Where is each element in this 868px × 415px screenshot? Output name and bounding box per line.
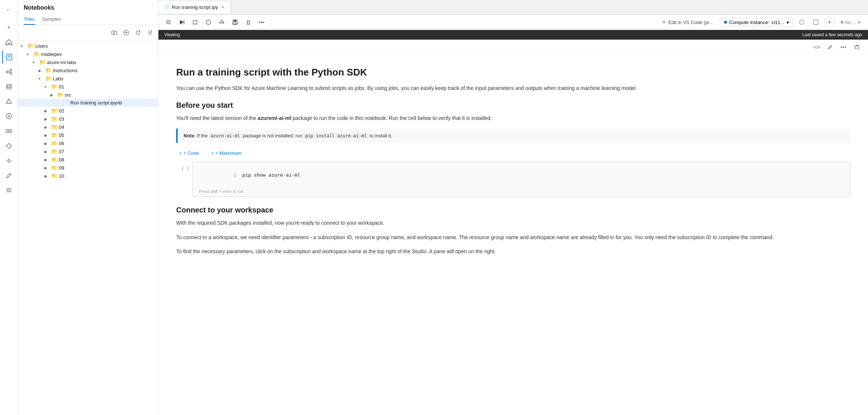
cell-delete-button[interactable] bbox=[852, 42, 862, 52]
note-text: : If the bbox=[194, 133, 209, 138]
add-markdown-label: + Markdown bbox=[215, 150, 241, 156]
notebook-tab[interactable]: 📄 Run training script.ipy ✕ bbox=[158, 1, 231, 13]
before-you-start-para: You'll need the latest version of the az… bbox=[176, 114, 850, 122]
file-explorer-button[interactable] bbox=[109, 27, 120, 38]
folder-icon-01: 📁 bbox=[51, 84, 57, 90]
tree-label-instructions: Instructions bbox=[53, 68, 77, 73]
note-package: azure-ai-ml bbox=[209, 133, 241, 139]
kernel-status[interactable]: No ... ▾ bbox=[838, 18, 864, 27]
home-button[interactable] bbox=[2, 36, 16, 49]
pipeline-button[interactable] bbox=[2, 65, 16, 78]
tree-item-01[interactable]: ▾ 📁 01 bbox=[18, 83, 158, 91]
interrupt-button[interactable] bbox=[203, 17, 214, 27]
add-markdown-plus-icon: + bbox=[211, 150, 214, 156]
collapse-button[interactable] bbox=[145, 27, 155, 38]
compute-button[interactable] bbox=[2, 124, 16, 138]
before-text-1: You'll need the latest version of the bbox=[176, 115, 258, 121]
labeling-button[interactable] bbox=[2, 139, 16, 153]
cell-toolbar: </> ••• bbox=[158, 40, 868, 55]
chevron-10: ▶ bbox=[44, 174, 50, 178]
tree-item-05[interactable]: ▶ 📁 05 bbox=[18, 131, 158, 139]
tree-item-10[interactable]: ▶ 📁 10 bbox=[18, 172, 158, 180]
notebook-toolbar: {} ••• ✕ Edit in VS Code (pr... Compute … bbox=[158, 15, 868, 30]
tree-item-04[interactable]: ▶ 📁 04 bbox=[18, 123, 158, 131]
sidebar: ← + bbox=[0, 0, 18, 415]
code-format-button[interactable]: {} bbox=[243, 17, 254, 27]
chevron-03: ▶ bbox=[44, 117, 50, 121]
tree-label-07: 07 bbox=[59, 149, 64, 154]
add-markdown-button[interactable]: + + Markdown bbox=[208, 149, 245, 157]
kernel-stop-button[interactable] bbox=[796, 17, 807, 27]
add-button[interactable]: + bbox=[2, 21, 16, 34]
more-options-button[interactable]: ••• bbox=[256, 17, 267, 27]
tree-item-src[interactable]: ▶ 📁 src bbox=[18, 91, 158, 99]
edit-vscode-label: Edit in VS Code (pr... bbox=[668, 20, 713, 25]
tab-close-button[interactable]: ✕ bbox=[220, 4, 225, 10]
connect-workspace-heading: Connect to your workspace bbox=[176, 206, 850, 214]
back-button[interactable]: ← bbox=[2, 3, 16, 16]
before-you-start-heading: Before you start bbox=[176, 101, 850, 110]
cell-code-button[interactable]: </> bbox=[812, 42, 822, 52]
endpoint-button[interactable] bbox=[2, 110, 16, 123]
tree-item-notebook[interactable]: ▶ 📄 Run training script.ipynb bbox=[18, 99, 158, 107]
chevron-08: ▶ bbox=[44, 158, 50, 162]
kernel-select-button[interactable] bbox=[810, 17, 821, 27]
add-file-button[interactable] bbox=[121, 27, 131, 38]
model-button[interactable] bbox=[2, 95, 16, 108]
tree-label-10: 10 bbox=[59, 173, 64, 179]
note-text-2: package is not installed, run bbox=[241, 133, 304, 138]
stop-button[interactable] bbox=[190, 17, 201, 27]
folder-icon-04: 📁 bbox=[51, 124, 57, 130]
refresh-button[interactable] bbox=[133, 27, 143, 38]
status-bar: Viewing Last saved a few seconds ago bbox=[158, 30, 868, 40]
add-kernel-button[interactable]: + bbox=[824, 17, 835, 27]
cell-edit-button[interactable] bbox=[825, 42, 835, 52]
tree-item-07[interactable]: ▶ 📁 07 bbox=[18, 147, 158, 155]
tree-item-azure-ml-labs[interactable]: ▾ 📁 azure-ml-labs bbox=[18, 58, 158, 66]
custom-button[interactable] bbox=[2, 154, 16, 167]
clear-button[interactable] bbox=[216, 17, 227, 27]
run-all-button[interactable] bbox=[176, 17, 187, 27]
tree-item-labs[interactable]: ▾ 📁 Labs bbox=[18, 74, 158, 83]
file-toolbar bbox=[18, 25, 158, 40]
tree-item-02[interactable]: ▶ 📁 02 bbox=[18, 107, 158, 115]
menu-button[interactable] bbox=[2, 184, 16, 197]
compute-name: ci11... bbox=[771, 20, 784, 25]
tab-files[interactable]: Files bbox=[24, 14, 35, 25]
code-cell[interactable]: 1pip show azure-ai-ml Press shift + ente… bbox=[192, 162, 850, 197]
tree-label-madiepev: madiepev bbox=[41, 51, 62, 57]
annotate-button[interactable] bbox=[2, 169, 16, 182]
folder-icon-instructions: 📁 bbox=[45, 67, 51, 73]
tree-item-03[interactable]: ▶ 📁 03 bbox=[18, 115, 158, 123]
tree-item-09[interactable]: ▶ 📁 09 bbox=[18, 164, 158, 172]
tree-label-notebook: Run training script.ipynb bbox=[70, 100, 122, 106]
tree-item-instructions[interactable]: ▶ 📁 Instructions bbox=[18, 66, 158, 74]
folder-icon-azure-ml-labs: 📁 bbox=[39, 59, 46, 65]
cell-run-indicator: [ ] bbox=[176, 162, 190, 171]
edit-vscode-button[interactable]: ✕ Edit in VS Code (pr... bbox=[658, 18, 717, 27]
tree-item-06[interactable]: ▶ 📁 06 bbox=[18, 139, 158, 147]
compute-selector[interactable]: Compute instance: ci11... ▾ bbox=[720, 18, 793, 27]
tree-item-madiepev[interactable]: ▾ 📁 madiepev bbox=[18, 50, 158, 58]
menu-toolbar-button[interactable] bbox=[163, 17, 174, 27]
data-button[interactable] bbox=[2, 80, 16, 93]
code-icon: {} bbox=[247, 20, 250, 25]
panel-title: Notebooks bbox=[18, 0, 158, 11]
notebook-button[interactable] bbox=[2, 50, 16, 64]
folder-icon-src: 📁 bbox=[57, 92, 63, 98]
folder-icon-02: 📁 bbox=[51, 108, 57, 114]
chevron-instructions: ▶ bbox=[38, 68, 44, 73]
folder-icon-05: 📁 bbox=[51, 132, 57, 138]
chevron-07: ▶ bbox=[44, 150, 50, 154]
tree-item-08[interactable]: ▶ 📁 08 bbox=[18, 155, 158, 164]
save-button[interactable] bbox=[229, 17, 241, 27]
add-code-button[interactable]: + + Code bbox=[176, 149, 202, 157]
svg-rect-39 bbox=[855, 46, 859, 49]
svg-rect-38 bbox=[814, 20, 818, 24]
svg-marker-10 bbox=[6, 99, 11, 103]
chevron-02: ▶ bbox=[44, 109, 50, 113]
tab-samples[interactable]: Samples bbox=[41, 14, 61, 25]
tree-item-users[interactable]: ▾ 📁 Users bbox=[18, 42, 158, 50]
cell-more-button[interactable]: ••• bbox=[838, 42, 849, 52]
cell-code-icon: </> bbox=[814, 44, 821, 50]
